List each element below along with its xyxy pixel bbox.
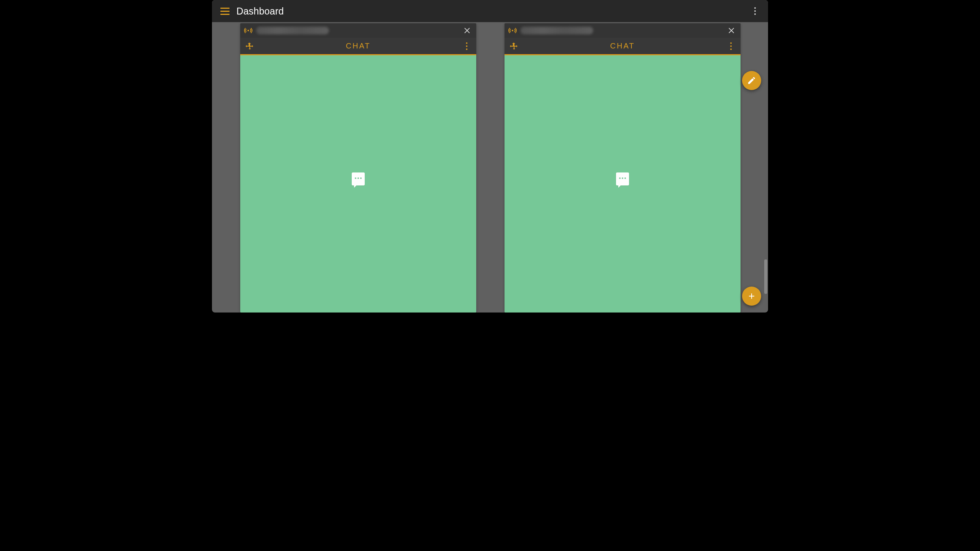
panel-tabbar: CHAT xyxy=(240,38,476,55)
pencil-icon xyxy=(747,76,756,85)
panel-title-redacted xyxy=(521,27,593,34)
vertical-dots-icon xyxy=(730,42,732,50)
panel-move-handle[interactable] xyxy=(508,40,521,53)
hamburger-button[interactable] xyxy=(216,2,234,20)
edit-fab[interactable] xyxy=(742,71,761,90)
panel-close-button[interactable] xyxy=(726,25,737,36)
panel-title-redacted xyxy=(256,27,329,34)
appbar: Dashboard xyxy=(212,0,768,22)
svg-point-0 xyxy=(247,30,249,31)
panel-move-handle[interactable] xyxy=(243,40,256,53)
hamburger-icon xyxy=(220,8,230,15)
panel-overflow-button[interactable] xyxy=(724,40,737,53)
vertical-dots-icon xyxy=(754,7,756,15)
vertical-dots-icon xyxy=(466,42,467,50)
panel-body[interactable] xyxy=(240,55,476,313)
chat-bubble-icon xyxy=(616,172,629,185)
page-title: Dashboard xyxy=(236,6,284,17)
add-fab[interactable] xyxy=(742,287,761,306)
dashboard-panel: CHAT xyxy=(505,23,741,313)
panel-tab-label[interactable]: CHAT xyxy=(610,42,635,50)
panel-body[interactable] xyxy=(505,55,741,313)
svg-point-3 xyxy=(512,30,513,31)
plus-icon xyxy=(747,292,756,301)
beacon-icon xyxy=(244,26,252,35)
panel-close-button[interactable] xyxy=(462,25,472,36)
appbar-overflow-button[interactable] xyxy=(746,2,764,20)
beacon-icon xyxy=(508,26,517,35)
panel-header xyxy=(505,23,741,38)
panel-tab-label[interactable]: CHAT xyxy=(346,42,371,50)
chat-bubble-icon xyxy=(352,172,365,185)
dashboard-panel: CHAT xyxy=(240,23,476,313)
panel-overflow-button[interactable] xyxy=(460,40,473,53)
scrollbar-thumb[interactable] xyxy=(764,259,767,294)
panel-header xyxy=(240,23,476,38)
app-viewport: Dashboard xyxy=(212,0,768,313)
panel-tabbar: CHAT xyxy=(505,38,741,55)
